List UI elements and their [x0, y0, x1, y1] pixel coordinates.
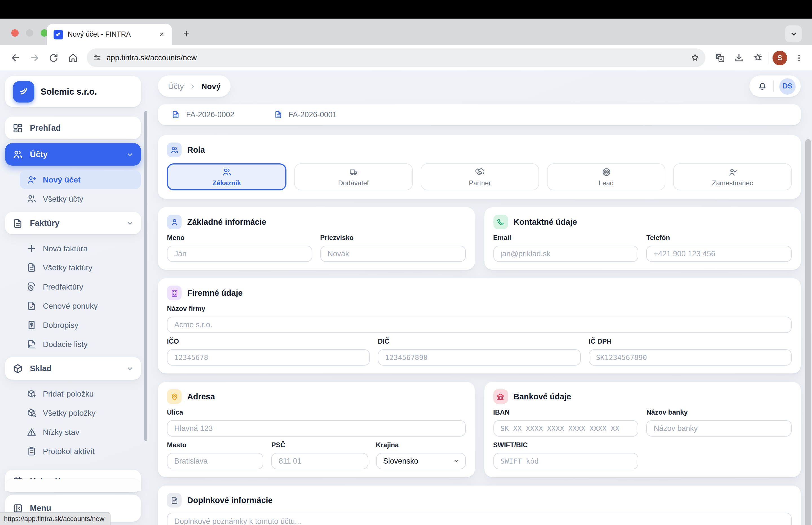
browser-toolbar: app.fintra.sk/accounts/new G S — [0, 45, 812, 71]
extensions-star-icon[interactable] — [750, 49, 766, 66]
chevron-down-icon — [126, 220, 134, 227]
invoice-doc-icon — [170, 109, 181, 120]
sidebar-item-protokol-aktivit[interactable]: Protokol aktivít — [20, 441, 141, 461]
role-option-partner[interactable]: Partner — [421, 163, 539, 190]
new-tab-button[interactable] — [179, 27, 194, 41]
ucty-submenu: Nový účet Všetky účty — [5, 169, 141, 212]
reload-icon[interactable] — [45, 49, 62, 66]
section-title: Firemné údaje — [187, 288, 243, 297]
priezvisko-input[interactable] — [320, 245, 466, 262]
field-label: IBAN — [493, 408, 639, 416]
company-switcher[interactable]: Solemic s.r.o. — [5, 76, 141, 107]
close-window-button[interactable] — [11, 29, 19, 36]
map-pin-icon — [167, 389, 182, 404]
tab-title: Nový účet - FINTRA — [68, 30, 157, 38]
nazov-banky-input[interactable] — [647, 420, 792, 437]
sidebar-item-cenove-ponuky[interactable]: Cenové ponuky — [20, 296, 141, 315]
role-options: Zákazník Dodávateľ Partner Lead — [167, 163, 792, 190]
sidebar-item-pridat-polozku[interactable]: Pridať položku — [20, 384, 141, 403]
iban-input[interactable] — [493, 420, 639, 437]
nazov-firmy-input[interactable] — [167, 317, 792, 333]
krajina-select[interactable]: Slovensko — [376, 453, 465, 469]
bank-section: Bankové údaje IBAN Názov banky — [484, 382, 801, 477]
sidebar-item-dobropisy[interactable]: Dobropisy — [20, 315, 141, 335]
breadcrumb-current: Nový — [201, 82, 220, 91]
user-avatar[interactable]: DS — [779, 78, 796, 94]
sidebar-item-faktury[interactable]: Faktúry — [5, 212, 141, 234]
breadcrumb: Účty Nový — [158, 75, 231, 97]
role-option-label: Zamestnanec — [712, 179, 753, 187]
translate-icon[interactable]: G — [711, 49, 728, 66]
window-controls[interactable] — [11, 29, 48, 36]
url-text[interactable]: app.fintra.sk/accounts/new — [106, 54, 687, 62]
address-section: Adresa Ulica Mesto PSČ — [158, 382, 475, 477]
clipboard-list-icon — [26, 446, 37, 456]
screen: Nový účet - FINTRA app.fintra.sk/account… — [0, 0, 812, 525]
field-label: Email — [493, 234, 639, 242]
url-bar[interactable]: app.fintra.sk/accounts/new — [87, 48, 706, 67]
sidebar-item-sklad[interactable]: Sklad — [5, 357, 141, 380]
email-input[interactable] — [493, 245, 639, 262]
mesto-input[interactable] — [167, 453, 264, 469]
page-header: Účty Nový DS — [158, 75, 801, 97]
phone-icon — [493, 215, 508, 229]
browser-profile-avatar[interactable]: S — [772, 50, 787, 65]
role-option-label: Partner — [469, 179, 491, 187]
role-option-zakaznik[interactable]: Zákazník — [167, 163, 287, 190]
document-chip[interactable]: FA-2026-0001 — [273, 109, 337, 120]
document-chip[interactable]: FA-2026-0002 — [170, 109, 234, 120]
sidebar-item-predfaktury[interactable]: Predfaktúry — [20, 277, 141, 296]
sidebar-item-dodacie-listy[interactable]: Dodacie listy — [20, 335, 141, 354]
box-plus-icon — [26, 388, 37, 399]
document-icon — [26, 262, 37, 273]
psc-input[interactable] — [272, 453, 368, 469]
sidebar-item-novy-ucet[interactable]: Nový účet — [20, 170, 141, 189]
dic-input[interactable] — [378, 349, 581, 365]
notifications-bell-icon[interactable] — [757, 81, 767, 91]
faktury-submenu: Nová faktúra Všetky faktúry Predfaktúry … — [5, 238, 141, 357]
forward-icon[interactable] — [26, 49, 43, 66]
breadcrumb-parent[interactable]: Účty — [168, 82, 184, 91]
bookmark-star-icon[interactable] — [687, 50, 702, 65]
user-check-icon — [728, 167, 737, 177]
role-option-label: Zákazník — [212, 179, 241, 187]
tab-search-chevron-button[interactable] — [785, 25, 802, 42]
role-option-lead[interactable]: Lead — [547, 163, 665, 190]
section-title: Doplnkové informácie — [187, 496, 273, 505]
sidebar-item-ucty[interactable]: Účty — [5, 143, 141, 166]
minimize-window-button[interactable] — [26, 29, 33, 36]
ulica-input[interactable] — [167, 420, 465, 437]
role-option-zamestnanec[interactable]: Zamestnanec — [673, 163, 792, 190]
page-scrollbar[interactable] — [805, 139, 811, 525]
ico-input[interactable] — [167, 349, 370, 365]
user-plus-icon — [26, 174, 37, 185]
field-label: Mesto — [167, 441, 264, 449]
site-settings-icon[interactable] — [92, 53, 102, 62]
icdph-input[interactable] — [589, 349, 792, 365]
sidebar-item-vsetky-ucty[interactable]: Všetky účty — [20, 189, 141, 208]
section-title: Kontaktné údaje — [513, 217, 577, 226]
sidebar-item-nova-faktura[interactable]: Nová faktúra — [20, 239, 141, 258]
sidebar-scrollbar[interactable] — [144, 111, 147, 441]
meno-input[interactable] — [167, 245, 313, 262]
browser-tab[interactable]: Nový účet - FINTRA — [47, 24, 172, 45]
sidebar-item-label: Cenové ponuky — [43, 301, 98, 310]
home-icon[interactable] — [64, 49, 81, 66]
swift-input[interactable] — [493, 453, 639, 469]
notes-textarea[interactable] — [167, 513, 792, 525]
field-label: Ulica — [167, 408, 465, 416]
sidebar-item-nizky-stav[interactable]: Nízky stav — [20, 422, 141, 441]
tab-close-icon[interactable] — [157, 30, 166, 39]
sidebar-item-vsetky-faktury[interactable]: Všetky faktúry — [20, 258, 141, 277]
main-content: Účty Nový DS FA-2026-0002 FA-2026-00 — [148, 71, 812, 525]
sidebar-item-label: Prehľad — [30, 123, 61, 132]
telefon-input[interactable] — [647, 245, 792, 262]
sidebar-item-vsetky-polozky[interactable]: Všetky položky — [20, 403, 141, 422]
download-icon[interactable] — [730, 49, 747, 66]
browser-menu-icon[interactable] — [791, 49, 808, 66]
back-icon[interactable] — [7, 49, 24, 66]
role-option-dodavatel[interactable]: Dodávateľ — [294, 163, 413, 190]
users-icon — [26, 194, 37, 204]
sidebar-item-prehlad[interactable]: Prehľad — [5, 117, 141, 139]
sidebar-item-label: Účty — [30, 150, 48, 159]
